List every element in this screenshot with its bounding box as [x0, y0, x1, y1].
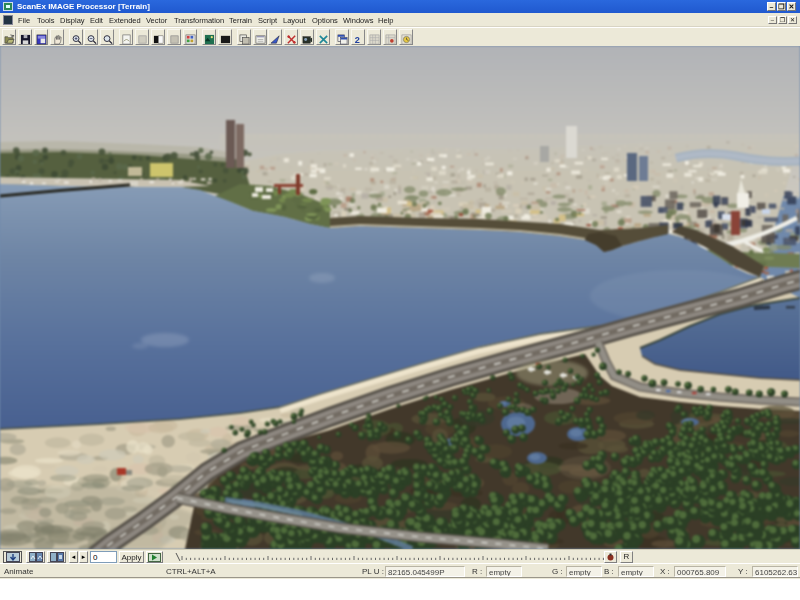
svg-text:2: 2 — [354, 35, 359, 45]
